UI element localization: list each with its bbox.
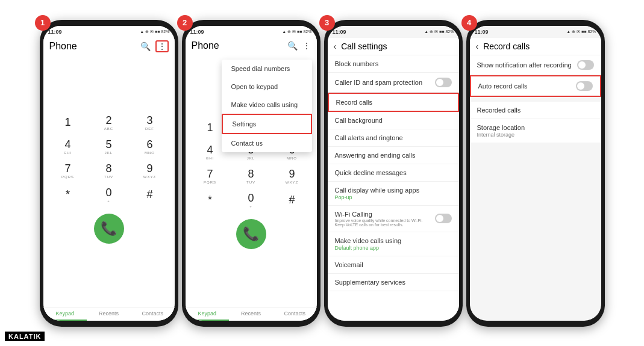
call-button-1[interactable]: 📞 [94,214,124,244]
status-time-1: 11:09 [48,29,62,35]
settings-wifi-calling[interactable]: Wi-Fi Calling Improve voice quality whil… [328,206,459,232]
settings-video-calls[interactable]: Make video calls using Default phone app [328,232,459,256]
settings-record-calls[interactable]: Record calls [328,93,459,112]
settings-header-3: ‹ Call settings [328,38,459,55]
record-storage-location[interactable]: Storage location Internal storage [470,119,601,143]
status-icons-3: ▲ ⊕ ✉ ■■ 82% [424,29,454,34]
key-4[interactable]: 4GHI [49,137,87,157]
status-bar-4: 11:09 ▲ ⊕ ✉ ■■ 82% [470,26,601,38]
key2-0[interactable]: 0+ [233,190,270,211]
keypad-area-1: 1 2ABC 3DEF 4GHI 5JKL 6MNO 7PQRS 8TUV 9W… [43,54,175,307]
key-star[interactable]: * [49,185,87,205]
tab-contacts-1[interactable]: Contacts [131,307,175,321]
step-badge-3: 3 [319,15,335,31]
dropdown-speed-dial[interactable]: Speed dial numbers [222,60,312,78]
record-auto-record[interactable]: Auto record calls [470,75,601,97]
search-icon-1[interactable]: 🔍 [140,42,151,51]
settings-title-3: Call settings [341,42,387,51]
bottom-tabs-1: Keypad Recents Contacts [43,307,175,321]
status-time-2: 11:09 [190,29,204,35]
phone-3-screen: 11:09 ▲ ⊕ ✉ ■■ 82% ‹ Call settings Block… [328,26,459,321]
phone-4-wrapper: 4 11:09 ▲ ⊕ ✉ ■■ 82% ‹ Record calls [466,20,605,327]
auto-record-toggle[interactable] [576,81,593,91]
settings-header-4: ‹ Record calls [470,38,601,55]
status-bar-2: 11:09 ▲ ⊕ ✉ ■■ 82% [186,26,317,38]
call-button-2[interactable]: 📞 [236,219,266,249]
key-9[interactable]: 9WXYZ [131,161,169,181]
tab-keypad-2[interactable]: Keypad [186,307,230,321]
key2-8[interactable]: 8TUV [233,166,270,187]
settings-call-alerts[interactable]: Call alerts and ringtone [328,129,459,147]
tab-recents-1[interactable]: Recents [87,307,131,321]
key-6[interactable]: 6MNO [131,137,169,157]
phone-2-screen: 11:09 ▲ ⊕ ✉ ■■ 82% Phone 🔍 ⋮ Speed dial … [186,26,317,321]
record-recorded-calls[interactable]: Recorded calls [470,102,601,119]
phone-title-1: Phone [49,41,77,52]
key2-star[interactable]: * [192,190,229,211]
step-badge-2: 2 [177,15,193,31]
key-5[interactable]: 5JKL [90,137,128,157]
screen-record-4: 11:09 ▲ ⊕ ✉ ■■ 82% ‹ Record calls Show n… [470,26,601,321]
header-icons-2: 🔍 ⋮ [287,41,311,51]
settings-block-numbers[interactable]: Block numbers [328,55,459,73]
dropdown-open-keypad[interactable]: Open to keypad [222,78,312,96]
key-8[interactable]: 8TUV [90,161,128,181]
phone-3-wrapper: 3 11:09 ▲ ⊕ ✉ ■■ 82% ‹ Call settings [324,20,463,327]
key-7[interactable]: 7PQRS [49,161,87,181]
settings-caller-id[interactable]: Caller ID and spam protection [328,73,459,93]
dropdown-settings[interactable]: Settings [222,114,312,134]
record-list-4: Show notification after recording Auto r… [470,55,601,143]
wifi-calling-toggle[interactable] [435,214,452,223]
search-icon-2[interactable]: 🔍 [287,41,298,51]
back-button-4[interactable]: ‹ [476,42,479,51]
keypad-grid-1: 1 2ABC 3DEF 4GHI 5JKL 6MNO 7PQRS 8TUV 9W… [49,113,169,205]
phone-1-wrapper: 1 11:09 ▲ ⊕ ✉ ■■ 82% Phone 🔍 [40,20,178,327]
tab-recents-2[interactable]: Recents [229,307,273,321]
key-1[interactable]: 1 [49,113,87,133]
key-2[interactable]: 2ABC [90,113,128,133]
more-vertical-icon-1[interactable]: ⋮ [158,42,166,51]
step-badge-1: 1 [35,15,51,31]
settings-call-bg[interactable]: Call background [328,112,459,129]
phone-2-frame: 11:09 ▲ ⊕ ✉ ■■ 82% Phone 🔍 ⋮ Speed dial … [182,20,320,327]
tab-contacts-2[interactable]: Contacts [273,307,317,321]
phone-header-1: Phone 🔍 ⋮ [43,38,175,54]
tab-keypad-1[interactable]: Keypad [43,307,87,321]
notification-toggle[interactable] [577,60,594,70]
watermark: KALATIK [5,332,45,341]
record-divider [470,97,601,102]
key2-hash[interactable]: # [274,190,311,211]
settings-list-3: Block numbers Caller ID and spam protect… [328,55,459,321]
phone-4-screen: 11:09 ▲ ⊕ ✉ ■■ 82% ‹ Record calls Show n… [470,26,601,321]
status-bar-1: 11:09 ▲ ⊕ ✉ ■■ 82% [43,26,175,38]
settings-voicemail[interactable]: Voicemail [328,256,459,274]
more-options-btn-1[interactable]: ⋮ [155,40,169,52]
key-0[interactable]: 0+ [90,185,128,205]
key-3[interactable]: 3DEF [131,113,169,133]
dropdown-menu-2: Speed dial numbers Open to keypad Make v… [222,60,312,152]
key-hash[interactable]: # [131,185,169,205]
dropdown-video-calls[interactable]: Make video calls using [222,96,312,114]
status-time-3: 11:09 [333,29,346,35]
status-bar-3: 11:09 ▲ ⊕ ✉ ■■ 82% [328,26,459,38]
screen-phone-1: 11:09 ▲ ⊕ ✉ ■■ 82% Phone 🔍 ⋮ [43,26,175,321]
caller-id-toggle[interactable] [435,78,452,87]
settings-supplementary[interactable]: Supplementary services [328,274,459,291]
dropdown-contact-us[interactable]: Contact us [222,134,312,152]
screen-phone-2: 11:09 ▲ ⊕ ✉ ■■ 82% Phone 🔍 ⋮ Speed dial … [186,26,317,321]
settings-title-4: Record calls [483,42,530,51]
record-show-notification[interactable]: Show notification after recording [470,55,601,75]
key2-9[interactable]: 9WXYZ [274,166,311,187]
key2-7[interactable]: 7PQRS [192,166,229,187]
settings-answering[interactable]: Answering and ending calls [328,147,459,164]
screen-settings-3: 11:09 ▲ ⊕ ✉ ■■ 82% ‹ Call settings Block… [328,26,459,321]
back-button-3[interactable]: ‹ [334,42,337,51]
status-icons-2: ▲ ⊕ ✉ ■■ 82% [282,29,311,34]
phone-3-frame: 11:09 ▲ ⊕ ✉ ■■ 82% ‹ Call settings Block… [324,20,463,327]
page-container: 1 11:09 ▲ ⊕ ✉ ■■ 82% Phone 🔍 [0,0,644,346]
phone-header-2: Phone 🔍 ⋮ [186,38,317,52]
more-vertical-icon-2[interactable]: ⋮ [302,41,311,51]
settings-call-display[interactable]: Call display while using apps Pop-up [328,182,459,206]
settings-decline-msg[interactable]: Quick decline messages [328,164,459,182]
bottom-tabs-2: Keypad Recents Contacts [186,307,317,321]
